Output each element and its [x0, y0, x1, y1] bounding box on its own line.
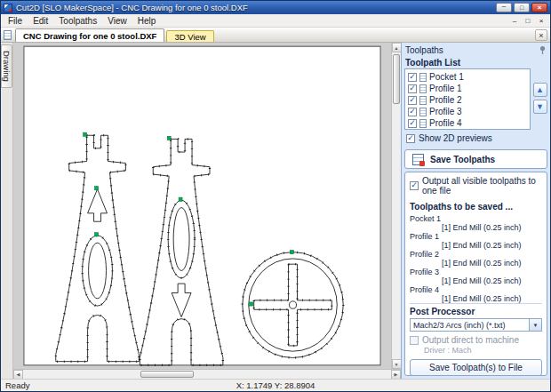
tab-3d-view[interactable]: 3D View — [166, 30, 213, 42]
toolpath-doc-icon — [419, 73, 427, 82]
toolpath-visibility-checkbox[interactable] — [408, 108, 417, 116]
horizontal-scrollbar[interactable]: ◀ ▶ — [13, 369, 401, 379]
toolpath-doc-icon — [419, 96, 427, 105]
toolpath-doc-icon — [419, 84, 427, 93]
window-title: Cut2D [SLO MakerSpace] - CNC Drawing for… — [16, 3, 492, 12]
arrow-up-icon: ▲ — [536, 85, 544, 94]
toolpath-visibility-checkbox[interactable] — [408, 84, 417, 93]
output-direct-row: Output direct to machine — [410, 335, 542, 345]
saved-toolpath-tool: [1] End Mill (0.25 inch) — [410, 294, 542, 303]
save-toolpaths-section: Output all visible toolpaths to one file… — [404, 172, 547, 376]
saved-toolpath-name: Profile 1 — [410, 232, 542, 241]
save-toolpaths-icon — [412, 154, 424, 165]
scroll-left-icon[interactable]: ◀ — [13, 370, 23, 380]
toolpath-list-item[interactable]: Profile 4 — [406, 117, 529, 129]
toolpaths-panel: Toolpaths Toolpath List Pocket 1 — [401, 43, 550, 379]
status-ready-text: Ready — [1, 380, 29, 390]
save-toolpaths-title: Save Toolpaths — [430, 155, 495, 164]
saved-toolpath-name: Pocket 1 — [410, 214, 542, 223]
saved-toolpath-name: Profile 2 — [410, 250, 542, 259]
toolpath-visibility-checkbox[interactable] — [408, 119, 417, 128]
toolpaths-panel-header: Toolpaths — [404, 44, 547, 57]
driver-label: Driver : Mach — [410, 346, 542, 355]
mdi-close-icon[interactable]: × — [535, 16, 547, 26]
menu-view[interactable]: View — [102, 14, 132, 27]
menu-file[interactable]: File — [3, 14, 28, 27]
move-up-button[interactable]: ▲ — [533, 83, 547, 97]
output-all-checkbox[interactable] — [410, 181, 419, 190]
horizontal-scroll-thumb[interactable] — [140, 371, 194, 378]
menu-edit[interactable]: Edit — [28, 14, 53, 27]
app-window: Cut2D [SLO MakerSpace] - CNC Drawing for… — [0, 0, 551, 392]
toolpath-visibility-checkbox[interactable] — [408, 96, 417, 105]
output-all-label: Output all visible toolpaths to one file — [422, 176, 542, 196]
app-icon — [4, 4, 12, 12]
vertical-scroll-thumb[interactable] — [393, 54, 400, 104]
move-down-button[interactable]: ▼ — [533, 100, 547, 114]
scroll-down-icon[interactable]: ▼ — [392, 359, 402, 369]
toolpath-label: Pocket 1 — [429, 72, 464, 82]
menu-help[interactable]: Help — [132, 14, 162, 27]
scroll-up-icon[interactable]: ▲ — [392, 43, 402, 52]
vertical-scrollbar[interactable]: ▲ ▼ — [391, 43, 401, 369]
canvas-area: ▲ ▼ ◀ ▶ — [13, 43, 401, 379]
saved-toolpath-tool: [1] End Mill (0.25 inch) — [410, 241, 542, 250]
main-area: Drawing — [1, 43, 550, 379]
mdi-minimize-icon[interactable]: – — [508, 16, 521, 26]
save-toolpaths-to-file-button[interactable]: Save Toolpath(s) to File — [410, 359, 542, 376]
show-previews-checkbox[interactable] — [406, 134, 415, 143]
maximize-button[interactable] — [514, 3, 530, 12]
minimize-button[interactable] — [496, 3, 512, 12]
tab-close-icon[interactable]: × — [535, 29, 547, 41]
saved-toolpath-entry: Profile 2 [1] End Mill (0.25 inch) — [410, 250, 542, 268]
material-page — [24, 46, 380, 365]
arrow-down-icon: ▼ — [536, 102, 544, 111]
toolpath-list-title: Toolpath List — [405, 58, 547, 68]
post-processor-select[interactable]: Mach2/3 Arcs (inch) (*.txt) ▼ — [410, 318, 542, 332]
toolpath-list-item[interactable]: Profile 3 — [406, 106, 529, 117]
horizontal-scroll-track[interactable] — [23, 370, 391, 379]
chevron-down-icon[interactable]: ▼ — [529, 319, 541, 331]
vertical-scroll-track[interactable] — [392, 52, 401, 359]
document-icon — [4, 30, 12, 40]
tab-cnc-drawing[interactable]: CNC Drawing for one 0 stool.DXF — [15, 28, 164, 42]
mdi-restore-icon[interactable]: □ — [522, 16, 534, 26]
saved-toolpath-tool: [1] End Mill (0.25 inch) — [410, 223, 542, 232]
saved-toolpath-name: Profile 3 — [410, 268, 542, 276]
post-processor-label: Post Processor — [410, 307, 542, 316]
pin-icon[interactable] — [539, 45, 547, 55]
drawing-side-tab[interactable]: Drawing — [1, 44, 12, 88]
cursor-coordinates: X: 1.1749 Y: 28.8904 — [236, 380, 315, 390]
toolpath-list-item[interactable]: Profile 1 — [406, 83, 529, 94]
output-direct-label: Output direct to machine — [422, 335, 519, 345]
close-button[interactable] — [531, 3, 547, 12]
toolpath-visibility-checkbox[interactable] — [408, 73, 417, 82]
show-previews-row[interactable]: Show 2D previews — [404, 132, 547, 145]
toolpath-drawing-svg — [13, 43, 391, 369]
menu-toolpaths[interactable]: Toolpaths — [53, 14, 102, 27]
show-previews-label: Show 2D previews — [419, 133, 492, 143]
toolpath-doc-icon — [419, 108, 427, 116]
output-direct-checkbox[interactable] — [410, 336, 419, 345]
toolpath-list-item[interactable]: Profile 2 — [406, 94, 529, 106]
saved-toolpath-tool: [1] End Mill (0.25 inch) — [410, 276, 542, 285]
toolpaths-to-be-saved-title: Toolpaths to be saved ... — [410, 202, 542, 212]
output-all-row[interactable]: Output all visible toolpaths to one file — [410, 176, 542, 196]
mdi-window-controls: – □ × — [508, 16, 550, 26]
save-toolpaths-header: Save Toolpaths — [404, 149, 547, 169]
scroll-right-icon[interactable]: ▶ — [391, 370, 401, 380]
menu-bar: File Edit Toolpaths View Help – □ × — [1, 14, 550, 28]
toolpath-list-item[interactable]: Pocket 1 — [406, 71, 529, 83]
toolpath-list[interactable]: Pocket 1 Profile 1 Profile 2 — [404, 68, 531, 130]
status-bar: Ready X: 1.1749 Y: 28.8904 — [1, 379, 550, 391]
post-processor-value: Mach2/3 Arcs (inch) (*.txt) — [411, 321, 529, 330]
drawing-canvas[interactable] — [13, 43, 391, 369]
window-controls — [496, 3, 547, 12]
toolpath-doc-icon — [419, 119, 427, 128]
toolpath-label: Profile 2 — [429, 95, 462, 105]
toolpath-label: Profile 1 — [429, 84, 462, 93]
saved-toolpath-entry: Pocket 1 [1] End Mill (0.25 inch) — [410, 214, 542, 232]
title-bar[interactable]: Cut2D [SLO MakerSpace] - CNC Drawing for… — [1, 1, 550, 14]
toolpath-label: Profile 4 — [429, 118, 462, 128]
left-tab-strip: Drawing — [1, 43, 13, 379]
